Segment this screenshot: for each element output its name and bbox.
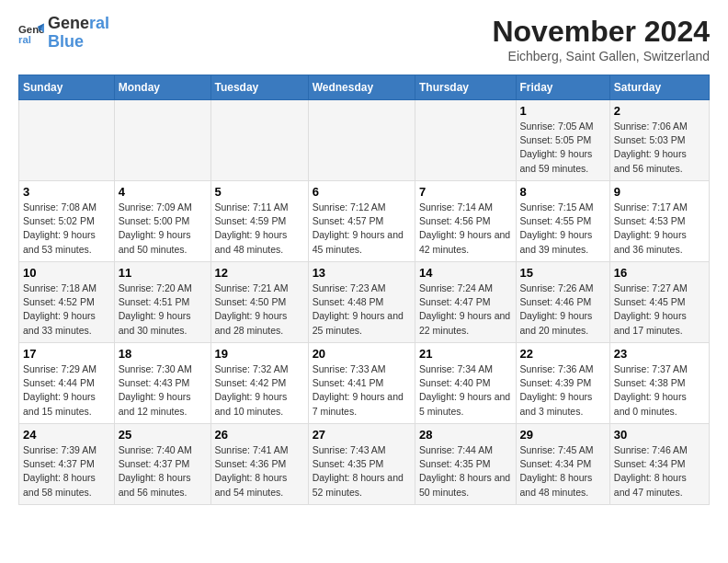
day-info: Sunrise: 7:15 AM Sunset: 4:55 PM Dayligh… [520, 201, 606, 257]
day-info: Sunrise: 7:45 AM Sunset: 4:34 PM Dayligh… [520, 443, 606, 500]
day-info: Sunrise: 7:39 AM Sunset: 4:37 PM Dayligh… [23, 443, 110, 500]
day-number: 8 [520, 185, 606, 199]
day-info: Sunrise: 7:30 AM Sunset: 4:43 PM Dayligh… [119, 362, 207, 419]
day-number: 1 [520, 104, 606, 118]
day-number: 3 [23, 185, 110, 199]
logo-icon: Gene ral [18, 20, 44, 46]
day-info: Sunrise: 7:33 AM Sunset: 4:41 PM Dayligh… [313, 362, 411, 419]
weekday-header-wednesday: Wednesday [308, 75, 415, 100]
calendar-cell: 20Sunrise: 7:33 AM Sunset: 4:41 PM Dayli… [308, 343, 415, 424]
day-number: 2 [614, 104, 705, 118]
svg-text:ral: ral [18, 33, 31, 44]
calendar-cell: 28Sunrise: 7:44 AM Sunset: 4:35 PM Dayli… [415, 424, 516, 505]
day-info: Sunrise: 7:24 AM Sunset: 4:47 PM Dayligh… [419, 282, 512, 338]
day-number: 27 [313, 428, 411, 442]
header: Gene ral GeneralBlue November 2024 Eichb… [18, 15, 710, 63]
day-info: Sunrise: 7:36 AM Sunset: 4:39 PM Dayligh… [520, 362, 606, 419]
day-number: 16 [614, 266, 705, 280]
calendar-cell: 30Sunrise: 7:46 AM Sunset: 4:34 PM Dayli… [609, 424, 709, 505]
day-info: Sunrise: 7:17 AM Sunset: 4:53 PM Dayligh… [614, 201, 705, 257]
day-info: Sunrise: 7:27 AM Sunset: 4:45 PM Dayligh… [614, 282, 705, 338]
day-info: Sunrise: 7:40 AM Sunset: 4:37 PM Dayligh… [119, 443, 207, 500]
day-info: Sunrise: 7:32 AM Sunset: 4:42 PM Dayligh… [215, 362, 304, 419]
calendar-cell: 18Sunrise: 7:30 AM Sunset: 4:43 PM Dayli… [114, 343, 210, 424]
day-info: Sunrise: 7:37 AM Sunset: 4:38 PM Dayligh… [614, 362, 705, 419]
day-number: 20 [313, 347, 411, 361]
calendar-cell: 8Sunrise: 7:15 AM Sunset: 4:55 PM Daylig… [516, 181, 609, 262]
day-info: Sunrise: 7:34 AM Sunset: 4:40 PM Dayligh… [419, 362, 512, 419]
calendar-cell: 13Sunrise: 7:23 AM Sunset: 4:48 PM Dayli… [308, 262, 415, 343]
day-info: Sunrise: 7:08 AM Sunset: 5:02 PM Dayligh… [23, 201, 110, 257]
calendar-cell: 11Sunrise: 7:20 AM Sunset: 4:51 PM Dayli… [114, 262, 210, 343]
calendar-cell [415, 100, 516, 181]
calendar-cell: 9Sunrise: 7:17 AM Sunset: 4:53 PM Daylig… [609, 181, 709, 262]
logo: Gene ral GeneralBlue [18, 15, 109, 52]
calendar-cell [210, 100, 308, 181]
calendar-cell: 1Sunrise: 7:05 AM Sunset: 5:05 PM Daylig… [516, 100, 609, 181]
day-info: Sunrise: 7:05 AM Sunset: 5:05 PM Dayligh… [520, 120, 606, 176]
day-number: 7 [419, 185, 512, 199]
day-info: Sunrise: 7:41 AM Sunset: 4:36 PM Dayligh… [215, 443, 304, 500]
day-number: 13 [313, 266, 411, 280]
calendar-cell: 24Sunrise: 7:39 AM Sunset: 4:37 PM Dayli… [19, 424, 115, 505]
day-info: Sunrise: 7:46 AM Sunset: 4:34 PM Dayligh… [614, 443, 705, 500]
day-info: Sunrise: 7:21 AM Sunset: 4:50 PM Dayligh… [215, 282, 304, 338]
day-number: 5 [215, 185, 304, 199]
day-number: 30 [614, 428, 705, 442]
day-number: 14 [419, 266, 512, 280]
day-info: Sunrise: 7:20 AM Sunset: 4:51 PM Dayligh… [119, 282, 207, 338]
calendar-cell: 26Sunrise: 7:41 AM Sunset: 4:36 PM Dayli… [210, 424, 308, 505]
day-number: 10 [23, 266, 110, 280]
day-info: Sunrise: 7:12 AM Sunset: 4:57 PM Dayligh… [313, 201, 411, 257]
calendar-cell: 17Sunrise: 7:29 AM Sunset: 4:44 PM Dayli… [19, 343, 115, 424]
day-number: 25 [119, 428, 207, 442]
calendar-cell: 25Sunrise: 7:40 AM Sunset: 4:37 PM Dayli… [114, 424, 210, 505]
calendar-week-row: 17Sunrise: 7:29 AM Sunset: 4:44 PM Dayli… [19, 343, 710, 424]
day-info: Sunrise: 7:43 AM Sunset: 4:35 PM Dayligh… [313, 443, 411, 500]
subtitle: Eichberg, Saint Gallen, Switzerland [492, 49, 710, 63]
day-number: 4 [119, 185, 207, 199]
logo-text: GeneralBlue [48, 15, 109, 52]
day-number: 6 [313, 185, 411, 199]
calendar-cell: 21Sunrise: 7:34 AM Sunset: 4:40 PM Dayli… [415, 343, 516, 424]
day-info: Sunrise: 7:06 AM Sunset: 5:03 PM Dayligh… [614, 120, 705, 176]
calendar-week-row: 1Sunrise: 7:05 AM Sunset: 5:05 PM Daylig… [19, 100, 710, 181]
day-info: Sunrise: 7:29 AM Sunset: 4:44 PM Dayligh… [23, 362, 110, 419]
day-info: Sunrise: 7:26 AM Sunset: 4:46 PM Dayligh… [520, 282, 606, 338]
calendar-cell: 2Sunrise: 7:06 AM Sunset: 5:03 PM Daylig… [609, 100, 709, 181]
calendar-cell: 27Sunrise: 7:43 AM Sunset: 4:35 PM Dayli… [308, 424, 415, 505]
day-number: 24 [23, 428, 110, 442]
day-number: 12 [215, 266, 304, 280]
calendar-cell: 10Sunrise: 7:18 AM Sunset: 4:52 PM Dayli… [19, 262, 115, 343]
day-number: 22 [520, 347, 606, 361]
calendar-cell: 3Sunrise: 7:08 AM Sunset: 5:02 PM Daylig… [19, 181, 115, 262]
day-info: Sunrise: 7:44 AM Sunset: 4:35 PM Dayligh… [419, 443, 512, 500]
day-info: Sunrise: 7:11 AM Sunset: 4:59 PM Dayligh… [215, 201, 304, 257]
day-number: 17 [23, 347, 110, 361]
day-info: Sunrise: 7:09 AM Sunset: 5:00 PM Dayligh… [119, 201, 207, 257]
calendar-cell: 16Sunrise: 7:27 AM Sunset: 4:45 PM Dayli… [609, 262, 709, 343]
day-number: 19 [215, 347, 304, 361]
day-number: 28 [419, 428, 512, 442]
calendar-week-row: 3Sunrise: 7:08 AM Sunset: 5:02 PM Daylig… [19, 181, 710, 262]
calendar-cell [19, 100, 115, 181]
calendar-table: SundayMondayTuesdayWednesdayThursdayFrid… [18, 75, 710, 505]
calendar-cell: 29Sunrise: 7:45 AM Sunset: 4:34 PM Dayli… [516, 424, 609, 505]
calendar-cell: 19Sunrise: 7:32 AM Sunset: 4:42 PM Dayli… [210, 343, 308, 424]
day-number: 11 [119, 266, 207, 280]
calendar-cell: 22Sunrise: 7:36 AM Sunset: 4:39 PM Dayli… [516, 343, 609, 424]
calendar-week-row: 10Sunrise: 7:18 AM Sunset: 4:52 PM Dayli… [19, 262, 710, 343]
weekday-header-thursday: Thursday [415, 75, 516, 100]
day-number: 21 [419, 347, 512, 361]
weekday-header-monday: Monday [114, 75, 210, 100]
day-number: 15 [520, 266, 606, 280]
calendar-cell [114, 100, 210, 181]
calendar-cell: 5Sunrise: 7:11 AM Sunset: 4:59 PM Daylig… [210, 181, 308, 262]
day-number: 29 [520, 428, 606, 442]
day-info: Sunrise: 7:23 AM Sunset: 4:48 PM Dayligh… [313, 282, 411, 338]
main-title: November 2024 [492, 15, 710, 49]
calendar-cell: 14Sunrise: 7:24 AM Sunset: 4:47 PM Dayli… [415, 262, 516, 343]
weekday-header-tuesday: Tuesday [210, 75, 308, 100]
calendar-cell: 12Sunrise: 7:21 AM Sunset: 4:50 PM Dayli… [210, 262, 308, 343]
weekday-header-saturday: Saturday [609, 75, 709, 100]
